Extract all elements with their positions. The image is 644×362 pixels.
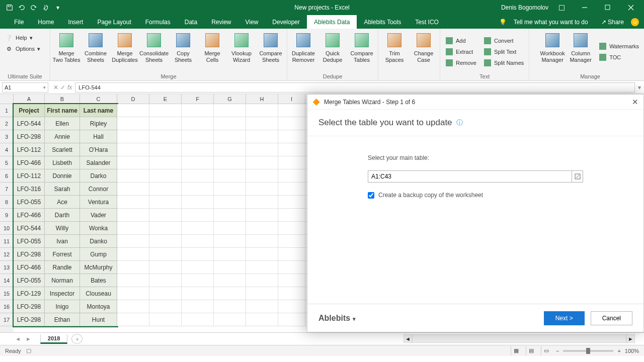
table-cell[interactable]: LFO-298 [14, 313, 45, 326]
table-cell[interactable]: Connor [80, 183, 117, 196]
options-button[interactable]: ⚙Options ▾ [2, 43, 48, 54]
zoom-label[interactable]: 100% [625, 348, 639, 354]
empty-cell[interactable] [278, 183, 305, 196]
empty-cell[interactable] [149, 104, 182, 117]
next-button[interactable]: Next > [544, 311, 585, 325]
table-cell[interactable]: Ivan [45, 235, 80, 248]
redo-icon[interactable] [28, 2, 39, 13]
empty-cell[interactable] [149, 209, 182, 222]
col-header[interactable]: I [278, 94, 305, 104]
empty-cell[interactable] [214, 248, 246, 261]
empty-cell[interactable] [117, 235, 149, 248]
row-header[interactable]: 8 [0, 196, 14, 209]
empty-cell[interactable] [214, 209, 246, 222]
ablebits-brand[interactable]: Ablebits ▾ [318, 314, 356, 323]
table-cell[interactable]: LFO-129 [14, 287, 45, 300]
table-header[interactable]: First name [45, 104, 80, 117]
table-cell[interactable]: Wonka [80, 222, 117, 235]
tellme-text[interactable]: Tell me what you want to do [514, 19, 594, 26]
table-cell[interactable]: Ellen [45, 117, 80, 130]
table-cell[interactable]: Vader [80, 209, 117, 222]
feedback-icon[interactable]: ☺ [631, 18, 639, 26]
table-cell[interactable]: LFO-316 [14, 183, 45, 196]
row-header[interactable]: 10 [0, 222, 14, 235]
compare-sheets-button[interactable]: CompareSheets [257, 30, 285, 73]
empty-cell[interactable] [278, 143, 305, 156]
row-header[interactable]: 5 [0, 156, 14, 169]
empty-cell[interactable] [278, 117, 305, 130]
empty-cell[interactable] [278, 261, 305, 274]
empty-cell[interactable] [182, 169, 214, 183]
tab-review[interactable]: Review [204, 15, 238, 29]
range-picker-icon[interactable] [572, 170, 583, 183]
split-text-button[interactable]: Split Text [480, 46, 527, 57]
empty-cell[interactable] [278, 274, 305, 287]
empty-cell[interactable] [182, 117, 214, 130]
add-button[interactable]: Add [442, 35, 479, 46]
empty-cell[interactable] [278, 196, 305, 209]
empty-cell[interactable] [246, 169, 278, 183]
empty-cell[interactable] [278, 313, 305, 326]
qat-dropdown-icon[interactable]: ▾ [52, 2, 63, 13]
convert-button[interactable]: Convert [480, 35, 527, 46]
table-cell[interactable]: Hunt [80, 313, 117, 326]
empty-cell[interactable] [182, 222, 214, 235]
tab-home[interactable]: Home [31, 15, 61, 29]
add-sheet-button[interactable]: ＋ [71, 334, 83, 344]
empty-cell[interactable] [214, 169, 246, 183]
empty-cell[interactable] [278, 300, 305, 313]
col-header[interactable]: A [14, 94, 45, 104]
empty-cell[interactable] [182, 235, 214, 248]
extract-button[interactable]: Extract [442, 46, 479, 57]
empty-cell[interactable] [117, 209, 149, 222]
empty-cell[interactable] [117, 196, 149, 209]
help-icon[interactable]: ⓘ [456, 118, 463, 127]
empty-cell[interactable] [149, 274, 182, 287]
empty-cell[interactable] [214, 300, 246, 313]
table-cell[interactable]: Inspector [45, 287, 80, 300]
table-cell[interactable]: Sarah [45, 183, 80, 196]
table-cell[interactable]: Annie [45, 130, 80, 143]
col-header[interactable]: G [214, 94, 246, 104]
share-button[interactable]: ↗ Share [601, 19, 624, 26]
row-header[interactable]: 14 [0, 274, 14, 287]
table-cell[interactable]: LFO-298 [14, 248, 45, 261]
table-cell[interactable]: Ace [45, 196, 80, 209]
combine-sheets-button[interactable]: CombineSheets [82, 30, 110, 73]
zoom-slider[interactable] [563, 350, 613, 352]
col-header[interactable]: D [117, 94, 149, 104]
workbook-manager-button[interactable]: WorkbookManager [538, 30, 567, 73]
empty-cell[interactable] [182, 209, 214, 222]
row-header[interactable]: 9 [0, 209, 14, 222]
compare-tables-button[interactable]: CompareTables [348, 30, 376, 73]
cancel-button[interactable]: Cancel [591, 311, 632, 325]
page-break-view-icon[interactable]: ▭ [541, 346, 552, 355]
empty-cell[interactable] [182, 156, 214, 169]
empty-cell[interactable] [278, 235, 305, 248]
tab-view[interactable]: View [238, 15, 266, 29]
table-cell[interactable]: Forrest [45, 248, 80, 261]
table-cell[interactable]: Montoya [80, 300, 117, 313]
empty-cell[interactable] [149, 222, 182, 235]
empty-cell[interactable] [214, 156, 246, 169]
split-names-button[interactable]: Split Names [480, 57, 527, 68]
backup-check-input[interactable] [368, 192, 374, 199]
empty-cell[interactable] [246, 117, 278, 130]
hscroll-right-icon[interactable]: ► [626, 334, 635, 343]
table-cell[interactable]: Randle [45, 261, 80, 274]
empty-cell[interactable] [246, 313, 278, 326]
tab-formulas[interactable]: Formulas [138, 15, 178, 29]
table-cell[interactable]: Ventura [80, 196, 117, 209]
table-cell[interactable]: LFO-298 [14, 300, 45, 313]
empty-cell[interactable] [149, 130, 182, 143]
empty-cell[interactable] [246, 300, 278, 313]
table-cell[interactable]: Darko [80, 169, 117, 183]
minimize-button[interactable] [575, 0, 595, 15]
table-cell[interactable]: Norman [45, 274, 80, 287]
save-icon[interactable] [4, 2, 15, 13]
empty-cell[interactable] [149, 261, 182, 274]
zoom-out-button[interactable]: − [556, 348, 559, 354]
table-cell[interactable]: LFO-112 [14, 143, 45, 156]
copy-sheets-button[interactable]: CopySheets [169, 30, 197, 73]
table-cell[interactable]: LFO-055 [14, 235, 45, 248]
